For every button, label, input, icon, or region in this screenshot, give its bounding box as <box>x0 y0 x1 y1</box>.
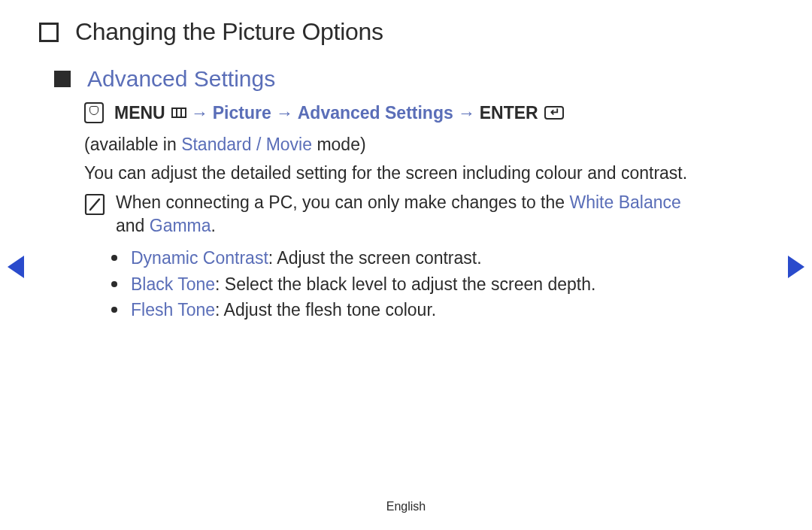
availability-text: (available in Standard / Movie mode) <box>84 132 767 156</box>
content-area: MENU → Picture → Advanced Settings → ENT… <box>84 102 767 323</box>
breadcrumb-path: MENU → Picture → Advanced Settings → ENT… <box>84 102 767 123</box>
section-title-row: Advanced Settings <box>54 66 275 92</box>
arrow-separator: → <box>276 103 293 123</box>
note-white-balance: White Balance <box>569 192 680 212</box>
section-title: Advanced Settings <box>87 66 275 92</box>
note-row: When connecting a PC, you can only make … <box>84 191 767 238</box>
remote-icon <box>84 102 104 123</box>
triangle-right-icon <box>788 256 804 278</box>
availability-mode: Standard / Movie <box>181 135 312 154</box>
menu-button-icon <box>171 108 186 118</box>
availability-suffix: mode) <box>312 135 366 154</box>
note-part1: When connecting a PC, you can only make … <box>116 192 569 212</box>
enter-label: ENTER <box>480 103 538 123</box>
page-title: Changing the Picture Options <box>75 18 383 46</box>
menu-label: MENU <box>114 103 165 123</box>
note-period: . <box>211 216 216 235</box>
arrow-separator: → <box>191 103 208 123</box>
option-name: Flesh Tone <box>131 300 215 320</box>
nav-next-button[interactable] <box>788 256 804 278</box>
arrow-separator: → <box>458 103 475 123</box>
filled-square-icon <box>54 71 71 87</box>
option-name: Black Tone <box>131 274 215 294</box>
option-desc: : Select the black level to adjust the s… <box>215 274 595 294</box>
option-desc: : Adjust the flesh tone colour. <box>215 300 436 320</box>
note-gamma: Gamma <box>150 216 211 235</box>
note-text: When connecting a PC, you can only make … <box>116 191 681 238</box>
option-desc: : Adjust the screen contrast. <box>268 248 482 268</box>
description-text: You can adjust the detailed setting for … <box>84 161 767 185</box>
list-item: Black Tone: Select the black level to ad… <box>111 271 767 298</box>
options-list: Dynamic Contrast: Adjust the screen cont… <box>111 245 767 323</box>
hollow-square-icon <box>39 23 59 42</box>
list-item: Flesh Tone: Adjust the flesh tone colour… <box>111 297 767 323</box>
enter-button-icon <box>544 106 564 120</box>
svg-line-1 <box>90 199 99 210</box>
option-name: Dynamic Contrast <box>131 248 268 268</box>
note-icon <box>84 193 105 216</box>
breadcrumb-advanced: Advanced Settings <box>298 103 453 123</box>
breadcrumb-picture: Picture <box>213 103 271 123</box>
note-and: and <box>116 216 150 235</box>
list-item: Dynamic Contrast: Adjust the screen cont… <box>111 245 767 271</box>
page-title-row: Changing the Picture Options <box>39 18 383 46</box>
triangle-left-icon <box>8 256 24 278</box>
nav-previous-button[interactable] <box>8 256 24 278</box>
footer-language: English <box>0 500 812 513</box>
availability-prefix: (available in <box>84 135 181 154</box>
